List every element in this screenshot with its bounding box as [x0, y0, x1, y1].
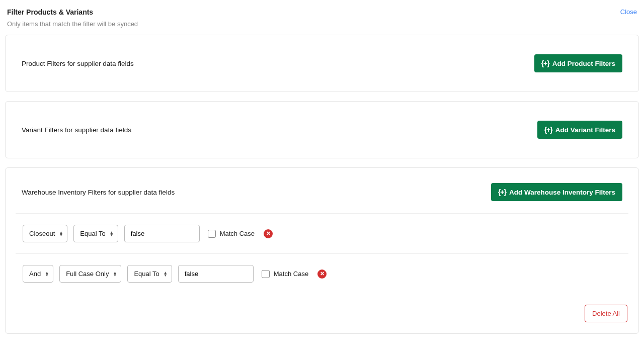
field-select-value: Closeout — [29, 230, 55, 237]
add-warehouse-filters-label: Add Warehouse Inventory Filters — [509, 189, 615, 196]
sort-icon: ▲▼ — [110, 231, 114, 236]
logic-select-value: And — [29, 270, 41, 278]
variant-filters-label: Variant Filters for supplier data fields — [22, 126, 131, 134]
operator-select[interactable]: Equal To ▲▼ — [73, 225, 118, 242]
page-title: Filter Products & Variants — [7, 8, 93, 16]
operator-select-value: Equal To — [134, 270, 159, 278]
operator-select-value: Equal To — [80, 230, 105, 237]
add-braces-icon: {+} — [544, 126, 552, 134]
field-select[interactable]: Full Case Only ▲▼ — [59, 265, 121, 283]
warehouse-filters-label: Warehouse Inventory Filters for supplier… — [22, 189, 175, 196]
sort-icon: ▲▼ — [164, 272, 168, 277]
value-input[interactable] — [178, 265, 254, 283]
add-braces-icon: {+} — [541, 59, 549, 67]
close-link[interactable]: Close — [620, 8, 637, 16]
delete-all-button[interactable]: Delete All — [585, 305, 627, 322]
add-variant-filters-label: Add Variant Filters — [555, 126, 615, 134]
sort-icon: ▲▼ — [45, 272, 49, 277]
filter-rule-row: And ▲▼ Full Case Only ▲▼ Equal To ▲▼ Mat… — [16, 253, 628, 294]
field-select-value: Full Case Only — [66, 270, 109, 278]
match-case-label: Match Case — [274, 270, 308, 278]
remove-rule-button[interactable]: ✕ — [264, 229, 273, 238]
add-braces-icon: {+} — [498, 188, 506, 196]
filter-rule-row: Closeout ▲▼ Equal To ▲▼ Match Case ✕ — [16, 213, 628, 253]
product-filters-label: Product Filters for supplier data fields — [22, 60, 134, 67]
close-icon: ✕ — [320, 270, 325, 277]
add-warehouse-filters-button[interactable]: {+} Add Warehouse Inventory Filters — [491, 183, 622, 201]
field-select[interactable]: Closeout ▲▼ — [23, 225, 67, 242]
page-subtitle: Only items that match the filter will be… — [5, 17, 639, 35]
sort-icon: ▲▼ — [113, 272, 117, 277]
warehouse-filters-card: Warehouse Inventory Filters for supplier… — [5, 167, 639, 334]
add-product-filters-label: Add Product Filters — [552, 60, 615, 67]
checkbox-box-icon — [262, 270, 270, 278]
match-case-checkbox[interactable]: Match Case — [262, 270, 308, 278]
match-case-label: Match Case — [220, 230, 255, 237]
add-product-filters-button[interactable]: {+} Add Product Filters — [534, 54, 622, 72]
checkbox-box-icon — [208, 230, 216, 238]
variant-filters-card: Variant Filters for supplier data fields… — [5, 101, 639, 158]
operator-select[interactable]: Equal To ▲▼ — [127, 265, 172, 283]
match-case-checkbox[interactable]: Match Case — [208, 230, 255, 238]
value-input[interactable] — [124, 225, 200, 242]
logic-select[interactable]: And ▲▼ — [23, 265, 53, 283]
close-icon: ✕ — [266, 230, 271, 237]
sort-icon: ▲▼ — [59, 231, 63, 236]
product-filters-card: Product Filters for supplier data fields… — [5, 35, 639, 92]
add-variant-filters-button[interactable]: {+} Add Variant Filters — [537, 121, 622, 139]
remove-rule-button[interactable]: ✕ — [317, 269, 327, 279]
